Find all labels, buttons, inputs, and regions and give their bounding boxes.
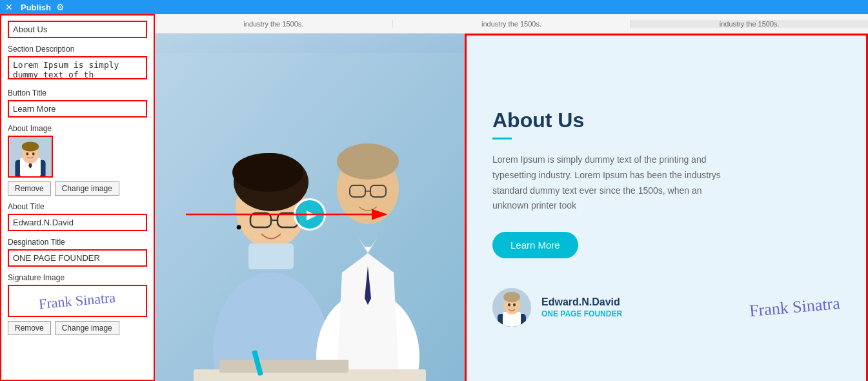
hero-section: ▶ About Us Lorem Ipsum is simply dummy t… bbox=[155, 34, 868, 381]
gear-icon[interactable]: ⚙ bbox=[56, 2, 65, 12]
image-btn-row: Remove Change image bbox=[8, 181, 147, 196]
designation-input[interactable] bbox=[8, 249, 147, 267]
red-arrow bbox=[186, 201, 403, 227]
change-image-button[interactable]: Change image bbox=[55, 181, 119, 196]
svg-rect-13 bbox=[248, 243, 294, 269]
signature-preview: Frank Sinatra bbox=[8, 285, 147, 317]
about-title-label: About Title bbox=[8, 202, 147, 211]
about-image-preview bbox=[8, 136, 53, 178]
svg-point-38 bbox=[508, 304, 510, 307]
left-panel: Section Description Lorem Ipsum is simpl… bbox=[0, 14, 155, 381]
signature-label: Signature Image bbox=[8, 273, 147, 282]
about-title-group: About Title bbox=[8, 202, 147, 231]
svg-point-6 bbox=[26, 152, 28, 156]
change-sig-button[interactable]: Change image bbox=[55, 321, 119, 335]
main-area: industry the 1500s. industry the 1500s. … bbox=[155, 14, 868, 381]
learn-more-button[interactable]: Learn More bbox=[492, 232, 578, 258]
person-avatar-svg bbox=[9, 136, 52, 178]
remove-sig-button[interactable]: Remove bbox=[8, 321, 51, 335]
svg-point-23 bbox=[337, 143, 399, 180]
designation-group: Desgination Title bbox=[8, 238, 147, 267]
button-title-label: Button Title bbox=[8, 88, 147, 98]
about-title: About Us bbox=[492, 108, 840, 132]
svg-point-12 bbox=[232, 153, 303, 192]
svg-rect-29 bbox=[219, 360, 348, 373]
strip-item-2: industry the 1500s. bbox=[393, 20, 631, 28]
designation-label: Desgination Title bbox=[8, 238, 147, 247]
about-image-group: About Image Remove bbox=[8, 124, 147, 196]
signature-display: Frank Sinatra bbox=[749, 294, 841, 321]
author-info: Edward.N.David ONE PAGE FOUNDER bbox=[541, 296, 732, 318]
svg-point-37 bbox=[503, 292, 520, 302]
sig-btn-row: Remove Change image bbox=[8, 321, 147, 335]
svg-point-7 bbox=[32, 152, 35, 156]
author-avatar bbox=[492, 288, 531, 327]
section-description-label: Section Description bbox=[8, 45, 147, 54]
publish-button[interactable]: Publish bbox=[18, 3, 54, 12]
about-panel: About Us Lorem Ipsum is simply dummy tex… bbox=[465, 34, 868, 381]
about-description: Lorem Ipsum is simply dummy text of the … bbox=[492, 152, 738, 214]
section-description-input[interactable]: Lorem Ipsum is simply dummy text of th bbox=[8, 56, 147, 79]
section-title-input[interactable] bbox=[8, 21, 147, 38]
author-row: Edward.N.David ONE PAGE FOUNDER Frank Si… bbox=[492, 288, 840, 327]
button-title-input[interactable] bbox=[8, 100, 147, 118]
signature-text: Frank Sinatra bbox=[39, 289, 117, 313]
section-title-group bbox=[8, 21, 147, 38]
close-icon[interactable]: ✕ bbox=[5, 2, 13, 12]
section-description-group: Section Description Lorem Ipsum is simpl… bbox=[8, 45, 147, 82]
about-title-input[interactable] bbox=[8, 214, 147, 231]
about-image-label: About Image bbox=[8, 124, 147, 133]
button-title-group: Button Title bbox=[8, 88, 147, 118]
author-name: Edward.N.David bbox=[541, 296, 732, 308]
strip-item-3: industry the 1500s. bbox=[631, 20, 868, 28]
hero-photo: ▶ bbox=[155, 34, 465, 381]
strip-item-1: industry the 1500s. bbox=[155, 20, 393, 28]
top-strip: industry the 1500s. industry the 1500s. … bbox=[155, 14, 868, 34]
about-underline bbox=[492, 138, 512, 139]
author-designation: ONE PAGE FOUNDER bbox=[541, 309, 732, 318]
svg-point-39 bbox=[513, 304, 516, 307]
top-bar: ✕ Publish ⚙ bbox=[0, 0, 868, 14]
signature-group: Signature Image Frank Sinatra Remove Cha… bbox=[8, 273, 147, 335]
author-avatar-svg bbox=[492, 288, 531, 327]
remove-image-button[interactable]: Remove bbox=[8, 181, 51, 196]
svg-point-5 bbox=[22, 141, 39, 151]
